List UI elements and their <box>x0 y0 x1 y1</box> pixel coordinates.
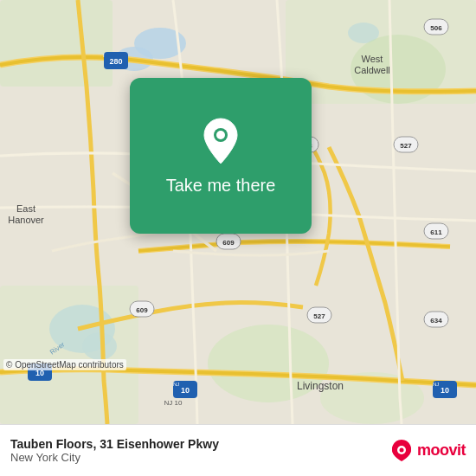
moovit-brand-text: moovit <box>417 441 466 460</box>
svg-text:611: 611 <box>430 228 442 236</box>
take-me-there-label: Take me there <box>166 176 276 196</box>
svg-text:West: West <box>362 54 383 64</box>
location-info: Tauben Floors, 31 Eisenhower Pkwy New Yo… <box>10 437 219 464</box>
bottom-bar: Tauben Floors, 31 Eisenhower Pkwy New Yo… <box>0 424 476 476</box>
action-card[interactable]: Take me there <box>130 78 312 234</box>
svg-text:10: 10 <box>181 386 190 395</box>
svg-text:506: 506 <box>430 24 442 32</box>
svg-text:NJ 10: NJ 10 <box>164 399 183 407</box>
moovit-logo-icon <box>389 439 414 463</box>
svg-text:609: 609 <box>222 239 235 247</box>
map-container: 280 I 632 506 527 527 613 609 609 611 63… <box>0 0 476 424</box>
svg-text:527: 527 <box>400 142 412 150</box>
svg-text:634: 634 <box>430 317 442 325</box>
svg-text:East: East <box>16 203 35 214</box>
svg-text:609: 609 <box>136 306 148 314</box>
location-city: New York City <box>10 451 219 464</box>
svg-rect-6 <box>0 0 113 87</box>
svg-point-50 <box>216 131 225 139</box>
svg-rect-9 <box>0 286 138 424</box>
svg-text:NJ: NJ <box>433 382 439 387</box>
location-pin-icon <box>200 117 241 165</box>
svg-text:NJ: NJ <box>173 382 179 387</box>
svg-text:280: 280 <box>109 57 122 66</box>
moovit-logo[interactable]: moovit <box>389 439 466 463</box>
svg-text:Caldwell: Caldwell <box>354 65 390 75</box>
svg-text:10: 10 <box>441 386 449 395</box>
map-attribution: © OpenStreetMap contributors <box>3 359 126 370</box>
svg-point-53 <box>399 447 403 452</box>
svg-text:527: 527 <box>313 312 325 320</box>
svg-text:Hanover: Hanover <box>8 215 44 225</box>
svg-text:Livingston: Livingston <box>297 380 344 392</box>
location-name: Tauben Floors, 31 Eisenhower Pkwy <box>10 437 219 451</box>
